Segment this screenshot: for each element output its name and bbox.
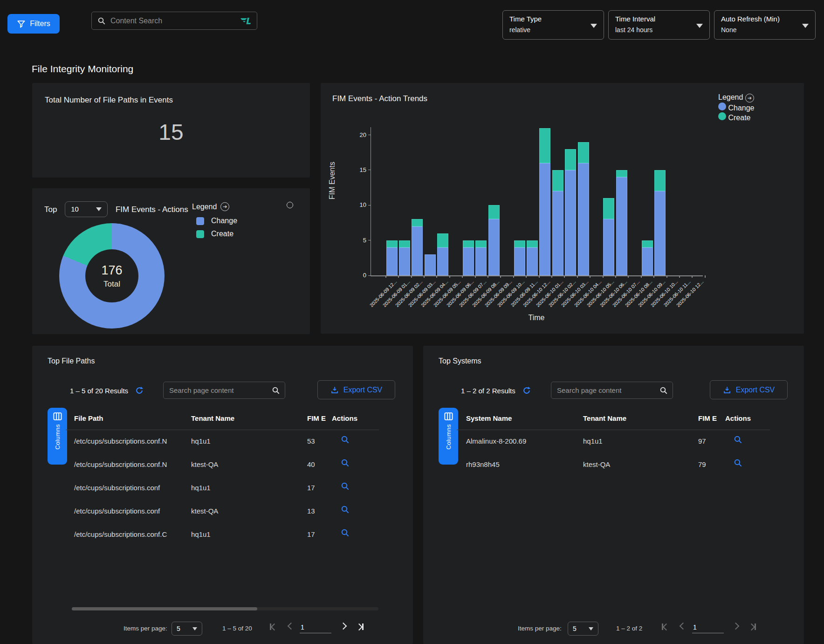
horizontal-scrollbar[interactable] (72, 607, 378, 610)
col-header-tenant-name[interactable]: Tenant Name (583, 414, 626, 422)
download-icon (330, 386, 339, 394)
items-per-page-select[interactable]: 5 (172, 622, 202, 636)
bar-change-segment[interactable] (578, 163, 589, 275)
bar-change-segment[interactable] (539, 163, 550, 275)
bar-create-segment[interactable] (488, 205, 500, 219)
table-search-input[interactable] (556, 386, 659, 395)
first-page-button[interactable] (270, 623, 277, 630)
drilldown-search-button[interactable] (341, 435, 350, 445)
drilldown-search-button[interactable] (341, 528, 350, 539)
legend-title: Legend (718, 93, 743, 101)
legend-item-change[interactable]: Change (196, 217, 237, 225)
chevron-down-icon (591, 24, 597, 28)
search-icon (272, 386, 280, 395)
items-per-page-select[interactable]: 5 (568, 622, 598, 636)
page-number-input[interactable] (300, 622, 331, 633)
items-per-page-label: Items per page: (518, 625, 562, 632)
bar-create-segment[interactable] (642, 240, 653, 247)
bar-create-segment[interactable] (654, 170, 666, 191)
total-file-paths-value: 15 (32, 119, 310, 145)
drilldown-search-button[interactable] (341, 459, 350, 469)
bar-change-segment[interactable] (475, 247, 487, 275)
bar-create-segment[interactable] (437, 233, 448, 247)
export-csv-button[interactable]: Export CSV (317, 380, 395, 399)
bar-create-segment[interactable] (412, 219, 423, 226)
scrollbar-thumb[interactable] (72, 607, 257, 610)
col-header-tenant-name[interactable]: Tenant Name (191, 414, 234, 422)
refresh-icon[interactable] (522, 386, 531, 395)
legend-item-create[interactable]: Create (196, 230, 237, 238)
bar-create-segment[interactable] (565, 149, 576, 170)
fim-events-cell: 79 (698, 460, 706, 468)
drilldown-search-button[interactable] (341, 482, 350, 492)
bar-change-segment[interactable] (425, 254, 436, 275)
bar-change-segment[interactable] (437, 247, 448, 275)
x-axis-label: Time (371, 314, 702, 322)
bar-change-segment[interactable] (386, 247, 398, 275)
export-csv-button[interactable]: Export CSV (710, 380, 788, 399)
legend-expand-icon[interactable]: ➔ (220, 202, 229, 211)
bar-create-segment[interactable] (527, 240, 538, 247)
last-page-button[interactable] (749, 623, 756, 630)
y-axis-label: FIM Events (328, 162, 336, 199)
bar-change-segment[interactable] (654, 191, 666, 275)
refresh-icon[interactable] (135, 386, 144, 395)
action-trends-card: FIM Events - Action Trends Legend ➔ Chan… (321, 83, 804, 334)
bar-create-segment[interactable] (514, 240, 525, 247)
bar-change-segment[interactable] (399, 247, 410, 275)
bar-create-segment[interactable] (539, 128, 550, 163)
bar-change-segment[interactable] (552, 191, 563, 275)
bar-create-segment[interactable] (616, 170, 627, 177)
donut-chart[interactable]: 176 Total (59, 223, 165, 329)
bar-create-segment[interactable] (552, 170, 563, 191)
bar-change-segment[interactable] (514, 247, 525, 275)
table-row: /etc/cups/subscriptions.conf ktest-QA 13 (32, 500, 413, 523)
loading-spinner-icon[interactable] (287, 202, 293, 208)
filters-button[interactable]: Filters (7, 14, 60, 34)
drilldown-search-button[interactable] (341, 505, 350, 515)
col-header-fim-events[interactable]: FIM E (698, 414, 717, 422)
time-type-dropdown[interactable]: Time Type relative (502, 10, 604, 40)
legend-item-create[interactable]: Create (718, 112, 755, 122)
legend-expand-icon[interactable]: ➔ (745, 94, 754, 103)
previous-page-button[interactable] (288, 623, 294, 629)
bar-create-segment[interactable] (578, 142, 589, 163)
top-n-select[interactable]: 10 (65, 201, 108, 217)
time-type-value: relative (509, 26, 597, 34)
bar-create-segment[interactable] (603, 198, 614, 219)
content-search-input[interactable] (110, 16, 235, 26)
legend-item-change[interactable]: Change (718, 103, 755, 112)
bar-change-segment[interactable] (488, 219, 500, 275)
bar-change-segment[interactable] (616, 177, 627, 275)
time-interval-dropdown[interactable]: Time Interval last 24 hours (608, 10, 710, 40)
bar-create-segment[interactable] (386, 240, 398, 247)
pagination: Items per page: 5 1 – 2 of 2 (423, 620, 804, 640)
col-header-system-name[interactable]: System Name (466, 414, 512, 422)
next-page-button[interactable] (733, 623, 738, 629)
tenant-cell: hq1u1 (583, 437, 603, 445)
stacked-bar-chart[interactable]: 051015202025-06-09 12...2025-06-09 01...… (371, 127, 703, 276)
table-search (551, 382, 673, 399)
y-tick-label: 15 (351, 166, 366, 173)
auto-refresh-dropdown[interactable]: Auto Refresh (Min) None (714, 10, 816, 40)
col-header-file-path[interactable]: File Path (74, 414, 103, 422)
bar-change-segment[interactable] (565, 170, 576, 275)
bar-create-segment[interactable] (399, 240, 410, 247)
bar-change-segment[interactable] (412, 226, 423, 275)
page-number-input[interactable] (692, 622, 724, 633)
last-page-button[interactable] (357, 623, 364, 630)
bar-change-segment[interactable] (642, 247, 653, 275)
donut-card-title: Top 10 FIM Events - Actions (44, 202, 190, 218)
bar-create-segment[interactable] (475, 240, 487, 247)
drilldown-search-button[interactable] (734, 459, 742, 469)
previous-page-button[interactable] (680, 623, 686, 629)
bar-change-segment[interactable] (463, 247, 474, 275)
col-header-fim-events[interactable]: FIM E (307, 414, 326, 422)
bar-change-segment[interactable] (527, 247, 538, 275)
next-page-button[interactable] (341, 623, 346, 629)
bar-create-segment[interactable] (463, 240, 474, 247)
first-page-button[interactable] (662, 623, 669, 630)
bar-change-segment[interactable] (603, 219, 614, 275)
table-search-input[interactable] (168, 386, 272, 395)
drilldown-search-button[interactable] (734, 435, 742, 445)
